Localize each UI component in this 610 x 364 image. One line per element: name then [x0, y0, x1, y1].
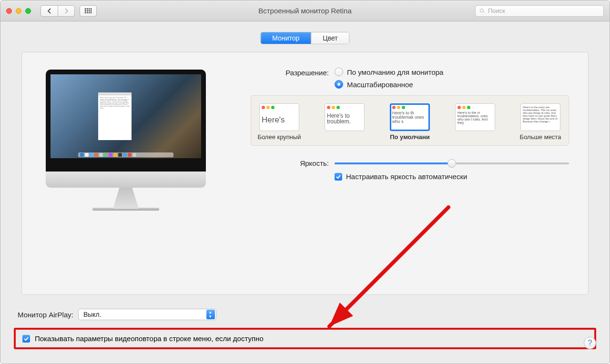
tab-display[interactable]: Монитор: [261, 32, 311, 44]
brightness-label: Яркость:: [251, 159, 335, 167]
footer: Монитор AirPlay: Выкл. ▴▾ Показывать пар…: [14, 309, 596, 349]
display-options: Разрешение: По умолчанию для монитора Ма…: [251, 68, 569, 181]
search-input[interactable]: Поиск: [475, 5, 604, 17]
show-all-button[interactable]: [80, 5, 97, 17]
mirroring-label: Показывать параметры видеоповтора в стро…: [35, 334, 264, 343]
close-icon[interactable]: [6, 8, 12, 14]
mirroring-checkbox[interactable]: [22, 335, 30, 343]
help-button[interactable]: ?: [584, 337, 596, 349]
resolution-option-larger-text[interactable]: Here's Более крупный: [257, 103, 302, 141]
tab-color[interactable]: Цвет: [311, 32, 349, 44]
highlighted-mirroring-option: Показывать параметры видеоповтора в стро…: [14, 328, 596, 349]
grid-icon: [85, 8, 92, 13]
back-button[interactable]: [41, 5, 58, 17]
auto-brightness-label: Настраивать яркость автоматически: [346, 172, 467, 181]
select-arrows-icon: ▴▾: [206, 310, 215, 319]
traffic-lights: [6, 8, 31, 14]
nav-buttons: [41, 5, 75, 17]
airplay-select[interactable]: Выкл. ▴▾: [78, 309, 216, 320]
check-icon: [24, 336, 29, 341]
resolution-option-2[interactable]: Here's to troublem.: [322, 103, 367, 141]
minimize-icon[interactable]: [16, 8, 21, 14]
search-placeholder: Поиск: [488, 7, 505, 14]
radio-icon: [335, 68, 343, 76]
airplay-label: Монитор AirPlay:: [18, 311, 73, 319]
forward-button[interactable]: [58, 5, 75, 17]
display-preview: Here's to the crazy ones. The misfits. T…: [46, 70, 206, 211]
preferences-window: Встроенный монитор Retina Поиск Монитор …: [0, 0, 610, 364]
resolution-option-more-space[interactable]: Here's to the crazy one troublemakers. T…: [518, 103, 563, 141]
search-icon: [479, 8, 485, 14]
resolution-option-4[interactable]: Here's to the cr troublemakers. ones who…: [453, 103, 498, 141]
svg-line-1: [483, 11, 485, 13]
radio-icon: [335, 80, 343, 89]
content: Монитор Цвет Here's to the crazy ones. T…: [0, 21, 610, 364]
radio-scaled[interactable]: Масштабированное: [335, 80, 443, 89]
check-icon: [336, 174, 341, 179]
settings-panel: Here's to the crazy ones. The misfits. T…: [21, 52, 589, 295]
resolution-picker: Here's Более крупный Here's to troublem.…: [251, 95, 569, 146]
radio-default-for-display[interactable]: По умолчанию для монитора: [335, 68, 443, 76]
resolution-label: Разрешение:: [251, 68, 335, 77]
chevron-right-icon: [64, 8, 69, 14]
slider-knob-icon: [447, 159, 456, 168]
chevron-left-icon: [47, 8, 52, 14]
tab-group: Монитор Цвет: [260, 32, 349, 44]
auto-brightness-checkbox[interactable]: [335, 173, 342, 181]
brightness-slider[interactable]: [335, 158, 569, 168]
svg-point-0: [480, 9, 484, 12]
titlebar: Встроенный монитор Retina Поиск: [0, 0, 610, 21]
zoom-icon[interactable]: [25, 8, 31, 14]
resolution-option-default[interactable]: Here's to th troublemak ones who s По ум…: [387, 103, 432, 141]
